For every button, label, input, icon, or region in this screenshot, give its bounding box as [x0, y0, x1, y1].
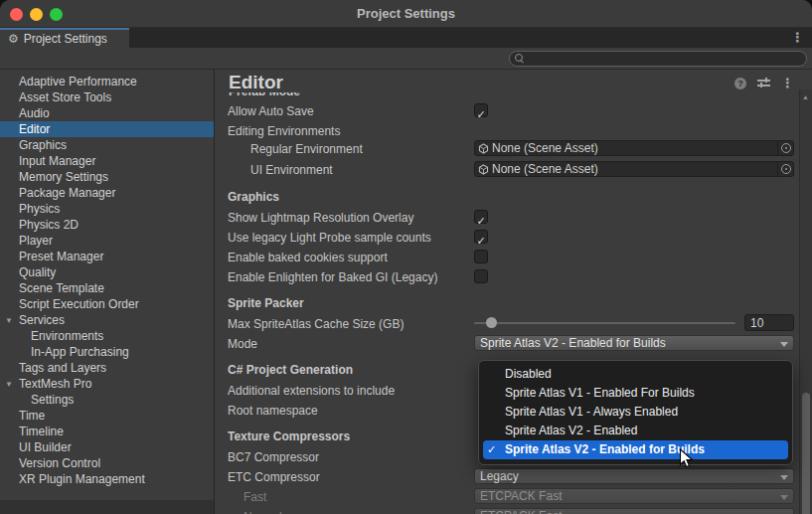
etc-normal-dropdown: ETCPACK Fast — [474, 508, 794, 514]
sidebar-item-script-execution-order[interactable]: Script Execution Order — [0, 296, 214, 312]
sidebar-horizontal-scrollbar[interactable] — [0, 500, 214, 514]
titlebar: Project Settings — [0, 0, 812, 28]
setting-label: Max SpriteAtlas Cache Size (GB) — [228, 317, 404, 331]
sprite-packer-mode-dropdown[interactable]: Sprite Atlas V2 - Enabled for Builds — [474, 335, 794, 351]
enlighten-baked-gi-checkbox[interactable]: ✓ — [474, 269, 488, 283]
object-picker-icon[interactable] — [777, 141, 793, 155]
setting-row: Mode Sprite Atlas V2 - Enabled for Build… — [215, 335, 799, 353]
setting-label: Use legacy Light Probe sample counts — [228, 231, 431, 245]
gear-icon: ⚙ — [8, 33, 19, 45]
baked-cookies-checkbox[interactable]: ✓ — [474, 250, 488, 263]
sidebar-item-physics-2d[interactable]: Physics 2D — [0, 217, 214, 233]
sidebar-item-services[interactable]: ▼Services — [0, 312, 214, 328]
legacy-light-probe-checkbox[interactable]: ✓ — [474, 230, 488, 244]
tab-label: Project Settings — [24, 32, 107, 46]
scroll-up-icon[interactable]: ▲ — [802, 93, 809, 100]
section-header-sprite-packer: Sprite Packer — [228, 296, 304, 310]
sidebar-item-scene-template[interactable]: Scene Template — [0, 280, 214, 296]
regular-environment-object-field[interactable]: None (Scene Asset) — [474, 140, 794, 156]
sidebar-item-asset-store-tools[interactable]: Asset Store Tools — [0, 89, 214, 105]
setting-row: Show Lightmap Resolution Overlay ✓ — [215, 209, 799, 227]
setting-label: Additional extensions to include — [228, 384, 395, 398]
help-icon[interactable]: ? — [734, 78, 746, 89]
setting-label: Editing Environments — [228, 124, 340, 138]
mouse-cursor — [679, 448, 695, 474]
sidebar-item-player[interactable]: Player — [0, 233, 214, 249]
setting-row: Max SpriteAtlas Cache Size (GB) 10 — [215, 315, 799, 333]
menu-option-v1-always-enabled[interactable]: ✓ Sprite Atlas V1 - Always Enabled — [483, 403, 788, 422]
menu-option-v2-enabled[interactable]: ✓ Sprite Atlas V2 - Enabled — [483, 422, 788, 440]
section-header-texture-compressors: Texture Compressors — [228, 429, 350, 443]
preset-icon[interactable] — [757, 78, 770, 88]
sidebar-item-editor[interactable]: Editor — [0, 121, 214, 137]
setting-label: Allow Auto Save — [228, 104, 314, 118]
setting-label: Normal — [244, 510, 282, 514]
sidebar-item-graphics[interactable]: Graphics — [0, 137, 214, 153]
sidebar-item-input-manager[interactable]: Input Manager — [0, 153, 214, 169]
etc-compressor-dropdown[interactable]: Legacy — [474, 468, 794, 484]
section-header-graphics: Graphics — [228, 190, 279, 204]
object-picker-icon[interactable] — [777, 162, 793, 176]
sidebar-item-time[interactable]: Time — [0, 408, 214, 424]
sidebar-item-xr-plugin-management[interactable]: XR Plugin Management — [0, 471, 214, 487]
check-icon: ✓ — [476, 235, 485, 247]
check-icon: ✓ — [487, 440, 496, 459]
foldout-triangle-icon[interactable]: ▼ — [5, 313, 13, 329]
setting-row: Allow Auto Save ✓ — [215, 102, 799, 120]
sidebar-item-memory-settings[interactable]: Memory Settings — [0, 169, 214, 185]
cache-size-slider[interactable] — [474, 322, 735, 324]
scene-asset-icon — [478, 143, 489, 154]
cache-size-value-field[interactable]: 10 — [744, 314, 794, 331]
scrollbar-thumb[interactable] — [802, 393, 810, 514]
search-input[interactable] — [509, 51, 807, 67]
setting-row: Fast ETCPACK Fast — [215, 488, 799, 506]
setting-label: Enable baked cookies support — [228, 251, 388, 264]
panel-menu-icon[interactable]: ⋮ — [781, 77, 794, 89]
sidebar-item-in-app-purchasing[interactable]: In-App Purchasing — [0, 344, 214, 360]
chevron-down-icon — [780, 475, 788, 480]
show-lightmap-overlay-checkbox[interactable]: ✓ — [474, 210, 488, 224]
allow-auto-save-checkbox[interactable]: ✓ — [474, 103, 488, 117]
cache-size-slider-handle[interactable] — [486, 317, 497, 328]
setting-row: Normal ETCPACK Fast — [215, 508, 799, 514]
setting-label: Root namespace — [228, 404, 318, 418]
setting-label: BC7 Compressor — [228, 450, 319, 464]
window-title: Project Settings — [0, 6, 812, 21]
sidebar-item-version-control[interactable]: Version Control — [0, 455, 214, 471]
tab-menu-icon[interactable]: ⋮ — [791, 31, 804, 44]
menu-option-disabled[interactable]: ✓ Disabled — [483, 365, 788, 384]
setting-row: Enable Enlighten for Baked GI (Legacy) ✓ — [215, 268, 799, 286]
sidebar-item-adaptive-performance[interactable]: Adaptive Performance — [0, 74, 214, 89]
project-settings-window: Project Settings ⚙ Project Settings ⋮ Ad… — [0, 0, 812, 514]
tab-project-settings[interactable]: ⚙ Project Settings — [0, 28, 129, 48]
setting-label: Fast — [244, 490, 266, 504]
sidebar-item-tags-and-layers[interactable]: Tags and Layers — [0, 360, 214, 376]
mode-dropdown-popup: ✓ Disabled ✓ Sprite Atlas V1 - Enabled F… — [478, 360, 793, 465]
sidebar-item-package-manager[interactable]: Package Manager — [0, 185, 214, 201]
section-header-csharp: C# Project Generation — [228, 363, 353, 377]
sidebar-item-tmp-settings[interactable]: Settings — [0, 392, 214, 408]
menu-option-v2-enabled-for-builds[interactable]: ✓ Sprite Atlas V2 - Enabled for Builds — [483, 440, 788, 459]
settings-category-sidebar: Adaptive Performance Asset Store Tools A… — [0, 70, 215, 514]
setting-row: Enable baked cookies support ✓ — [215, 249, 799, 266]
sidebar-item-physics[interactable]: Physics — [0, 201, 214, 217]
scene-asset-icon — [478, 164, 489, 175]
sidebar-item-preset-manager[interactable]: Preset Manager — [0, 249, 214, 264]
foldout-triangle-icon[interactable]: ▼ — [5, 377, 13, 393]
menu-option-v1-enabled-for-builds[interactable]: ✓ Sprite Atlas V1 - Enabled For Builds — [483, 384, 788, 403]
sidebar-item-timeline[interactable]: Timeline — [0, 424, 214, 439]
sidebar-item-quality[interactable]: Quality — [0, 264, 214, 280]
sidebar-item-audio[interactable]: Audio — [0, 105, 214, 121]
sidebar-item-environments[interactable]: Environments — [0, 328, 214, 344]
sidebar-item-ui-builder[interactable]: UI Builder — [0, 439, 214, 455]
check-icon: ✓ — [476, 108, 485, 120]
ui-environment-object-field[interactable]: None (Scene Asset) — [474, 161, 794, 177]
setting-row: Editing Environments — [215, 122, 799, 140]
editor-settings-panel: Editor ? ⋮ Prefab Mode Allow Auto Save ✓… — [215, 70, 812, 514]
toolbar — [0, 48, 812, 70]
sidebar-item-textmesh-pro[interactable]: ▼TextMesh Pro — [0, 376, 214, 392]
chevron-down-icon — [780, 495, 788, 500]
setting-row: ETC Compressor Legacy — [215, 468, 799, 486]
vertical-scrollbar[interactable]: ▲ — [799, 89, 812, 514]
chevron-down-icon — [780, 342, 788, 347]
